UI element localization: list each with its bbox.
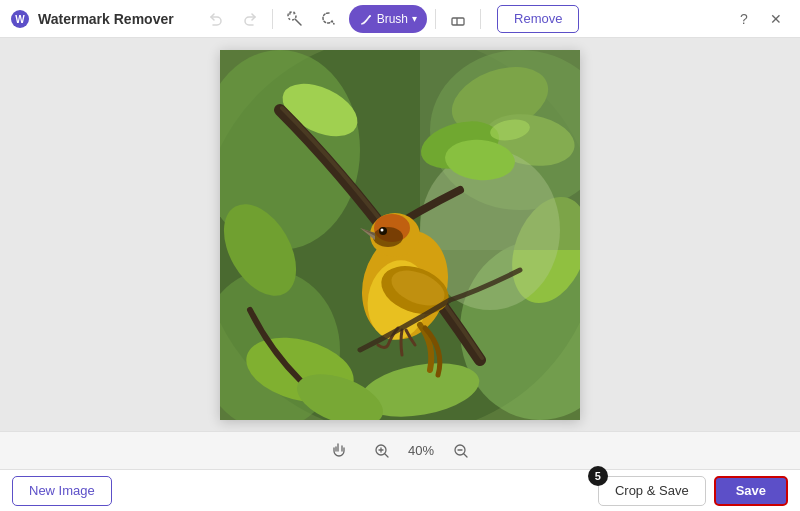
hand-tool-button[interactable]: [328, 439, 352, 463]
crop-save-button[interactable]: Crop & Save: [598, 476, 706, 506]
zoom-in-button[interactable]: [370, 439, 394, 463]
svg-line-43: [464, 454, 467, 457]
main-image-svg: [220, 50, 580, 420]
svg-point-32: [381, 228, 384, 231]
save-button[interactable]: Save: [714, 476, 788, 506]
app-logo-icon: W: [10, 9, 30, 29]
brush-button[interactable]: Brush ▾: [349, 5, 427, 33]
magic-wand-button[interactable]: [281, 5, 309, 33]
title-left: W Watermark Remover: [10, 5, 579, 33]
toolbar-divider-2: [435, 9, 436, 29]
redo-button[interactable]: [236, 5, 264, 33]
footer-bar: New Image 5 Crop & Save Save: [0, 469, 800, 511]
toolbar-divider-1: [272, 9, 273, 29]
canvas-area: [0, 38, 800, 431]
close-button[interactable]: ✕: [762, 5, 790, 33]
app-title: Watermark Remover: [38, 11, 174, 27]
help-button[interactable]: ?: [730, 5, 758, 33]
zoom-out-button[interactable]: [449, 439, 473, 463]
eraser-button[interactable]: [444, 5, 472, 33]
zoom-level: 40%: [404, 443, 439, 458]
svg-line-40: [385, 454, 388, 457]
svg-text:W: W: [15, 14, 25, 25]
image-container[interactable]: [220, 50, 580, 420]
remove-button[interactable]: Remove: [497, 5, 579, 33]
brush-label: Brush: [377, 12, 408, 26]
zoom-bar: 40%: [0, 431, 800, 469]
title-bar: W Watermark Remover: [0, 0, 800, 38]
lasso-button[interactable]: [315, 5, 343, 33]
window-controls: ? ✕: [730, 5, 790, 33]
toolbar: Brush ▾ Remove: [202, 5, 580, 33]
svg-point-30: [373, 227, 403, 247]
toolbar-divider-3: [480, 9, 481, 29]
new-image-button[interactable]: New Image: [12, 476, 112, 506]
footer-right: 5 Crop & Save Save: [598, 476, 788, 506]
svg-line-2: [295, 19, 301, 25]
step-badge: 5: [588, 466, 608, 486]
undo-button[interactable]: [202, 5, 230, 33]
brush-chevron: ▾: [412, 13, 417, 24]
svg-rect-7: [452, 18, 464, 25]
